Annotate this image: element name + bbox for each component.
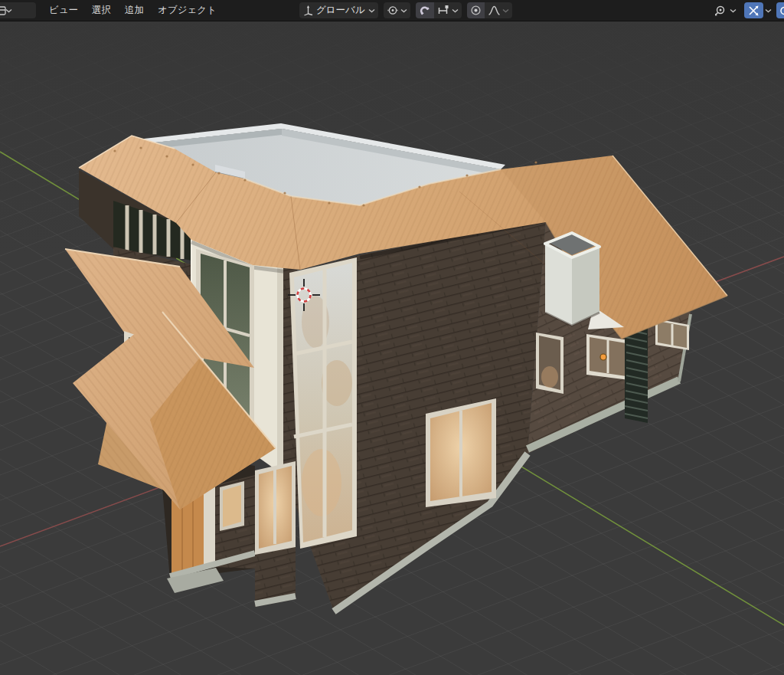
snap-toggle-button[interactable] <box>416 2 434 18</box>
chevron-down-icon <box>765 8 772 13</box>
chevron-down-icon <box>368 8 375 13</box>
snap-group <box>416 2 462 18</box>
chevron-down-icon <box>400 8 407 13</box>
menu-view[interactable]: ビュー <box>42 2 85 20</box>
proportional-edit-group <box>467 2 512 18</box>
gizmo-visibility-dropdown[interactable] <box>711 2 740 18</box>
3d-viewport[interactable] <box>0 21 784 675</box>
proportional-falloff-dropdown[interactable] <box>485 2 512 18</box>
balcony <box>545 232 599 326</box>
overlays-toggle-group <box>776 2 784 18</box>
pivot-point-icon <box>387 5 399 16</box>
pivot-point-dropdown[interactable] <box>384 2 410 18</box>
menu-object[interactable]: オブジェクト <box>151 2 224 20</box>
chevron-down-icon-disabled <box>502 8 509 13</box>
transform-orientation-group: グローバル <box>299 2 378 18</box>
menu-add[interactable]: 追加 <box>118 2 151 20</box>
exterior-ladder <box>625 322 648 423</box>
snap-target-dropdown[interactable] <box>434 2 462 18</box>
window-ground-left <box>255 461 296 555</box>
window-front-warm <box>426 398 496 507</box>
chevron-down-icon <box>5 8 12 13</box>
gizmo-eye-icon <box>714 5 728 17</box>
chevron-down-icon <box>730 8 737 13</box>
falloff-curve-icon <box>488 5 501 16</box>
menu-select[interactable]: 選択 <box>85 2 118 20</box>
chevron-down-icon <box>452 8 459 13</box>
proportional-edit-toggle[interactable] <box>467 2 485 18</box>
show-overlays-toggle[interactable] <box>776 2 784 18</box>
proportional-edit-icon <box>470 5 482 16</box>
show-gizmo-group <box>711 2 740 18</box>
snap-target-icon <box>437 5 450 16</box>
magnet-icon <box>419 5 431 17</box>
overlays-icon <box>779 5 784 17</box>
transform-orientation-value: グローバル <box>314 4 367 17</box>
window-tall-corner <box>289 257 357 549</box>
window-right-pair <box>586 334 629 380</box>
viewport-header: ビュー 選択 追加 オブジェクト グローバル <box>0 0 784 21</box>
window-entrance-small <box>220 481 244 531</box>
gizmos-toggle-group <box>744 2 772 18</box>
transform-orientation-dropdown[interactable]: グローバル <box>299 2 378 18</box>
crossed-arrows-icon <box>747 5 760 17</box>
object-origin-dot[interactable] <box>600 354 606 360</box>
editor-type-dropdown[interactable] <box>0 2 36 18</box>
show-gizmos-toggle[interactable] <box>744 2 763 18</box>
window-right-small <box>536 333 564 394</box>
orientation-global-icon <box>302 5 314 16</box>
pivot-point-group <box>384 2 410 18</box>
